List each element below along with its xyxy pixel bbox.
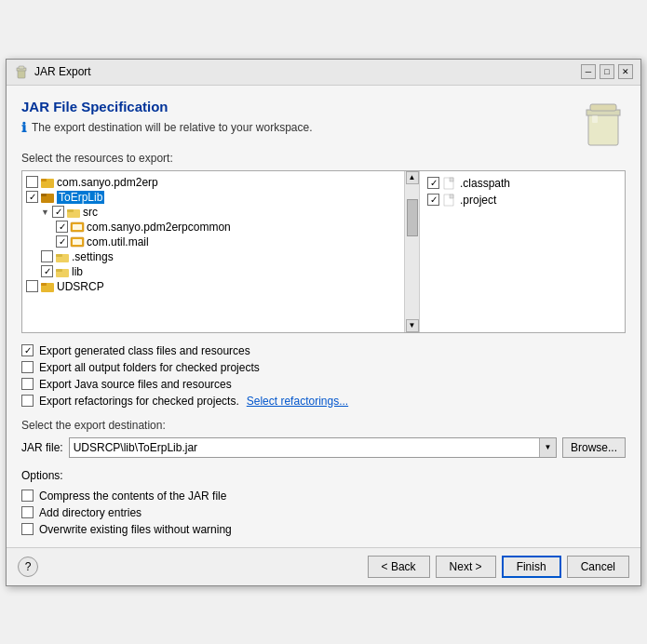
project-icon-toerplib xyxy=(40,191,55,204)
svg-rect-18 xyxy=(56,254,62,257)
finish-button[interactable]: Finish xyxy=(502,556,561,578)
option-label-export-output: Export all output folders for checked pr… xyxy=(39,361,260,374)
tree-item-utilmail[interactable]: com.util.mail xyxy=(26,235,400,249)
option-label-export-java: Export Java source files and resources xyxy=(39,378,232,391)
jar-file-input[interactable] xyxy=(70,441,539,454)
right-item-project[interactable]: .project xyxy=(427,192,617,208)
right-item-classpath[interactable]: .classpath xyxy=(427,175,617,192)
checkbox-project[interactable] xyxy=(427,194,439,206)
svg-rect-8 xyxy=(41,179,47,181)
tree-item-udsrcp[interactable]: UDSRCP xyxy=(26,279,400,294)
package-icon-utilmail xyxy=(70,235,85,248)
svg-rect-22 xyxy=(41,283,47,286)
tree-label-classpath: .classpath xyxy=(460,177,510,190)
svg-rect-14 xyxy=(73,224,82,230)
checkbox-classpath[interactable] xyxy=(427,177,439,189)
right-panel: .classpath .project xyxy=(420,171,625,332)
svg-rect-10 xyxy=(41,194,47,196)
folder-icon-lib xyxy=(55,265,70,278)
options-section: Options: Compress the contents of the JA… xyxy=(21,469,626,538)
jar-file-input-wrapper[interactable]: ▼ xyxy=(69,437,557,458)
header-section: JAR File Specification ℹ The export dest… xyxy=(21,99,626,152)
checkbox-udsrcp[interactable] xyxy=(26,280,38,292)
minimize-button[interactable]: ─ xyxy=(581,64,596,79)
tree-item-com-sanyo[interactable]: com.sanyo.pdm2erp xyxy=(26,175,400,190)
option-label-add-dir: Add directory entries xyxy=(39,506,142,519)
checkbox-src[interactable] xyxy=(52,206,64,218)
tree-label-utilmail: com.util.mail xyxy=(87,235,149,248)
page-title: JAR File Specification xyxy=(21,99,312,114)
maximize-button[interactable]: □ xyxy=(600,64,614,79)
close-button[interactable]: ✕ xyxy=(618,64,633,79)
jar-export-window: JAR Export ─ □ ✕ JAR File Specification … xyxy=(6,59,641,586)
scroll-down-arrow[interactable]: ▼ xyxy=(406,319,419,332)
svg-rect-24 xyxy=(450,178,453,181)
file-icon-project xyxy=(443,194,456,207)
tree-label-settings: .settings xyxy=(72,250,114,263)
tree-label-lib: lib xyxy=(72,265,83,278)
file-icon-classpath xyxy=(443,177,456,190)
project-icon-com-sanyo xyxy=(40,176,55,189)
browse-button[interactable]: Browse... xyxy=(562,437,626,458)
svg-rect-2 xyxy=(19,66,24,69)
option-row-export-output[interactable]: Export all output folders for checked pr… xyxy=(21,359,626,376)
expand-arrow-src: ▼ xyxy=(41,208,50,217)
window-title: JAR Export xyxy=(34,65,91,78)
checkbox-add-dir[interactable] xyxy=(21,506,34,518)
destination-section-label: Select the export destination: xyxy=(21,419,626,432)
svg-rect-16 xyxy=(73,239,82,245)
tree-container: com.sanyo.pdm2erp ToErpLib ▼ xyxy=(21,170,626,333)
footer-buttons: < Back Next > Finish Cancel xyxy=(368,556,629,578)
option-row-export-refactor[interactable]: Export refactorings for checked projects… xyxy=(21,393,626,409)
tree-label-com-sanyo: com.sanyo.pdm2erp xyxy=(57,176,158,189)
checkbox-compress[interactable] xyxy=(21,490,34,502)
option-row-export-class[interactable]: Export generated class files and resourc… xyxy=(21,342,626,359)
left-tree-panel[interactable]: com.sanyo.pdm2erp ToErpLib ▼ xyxy=(22,171,404,332)
header-left: JAR File Specification ℹ The export dest… xyxy=(21,99,312,146)
destination-row: JAR file: ▼ Browse... xyxy=(21,437,626,458)
option-row-export-java[interactable]: Export Java source files and resources xyxy=(21,376,626,393)
option-row-add-dir[interactable]: Add directory entries xyxy=(21,504,626,521)
scroll-up-arrow[interactable]: ▲ xyxy=(406,171,419,184)
tree-item-src[interactable]: ▼ src xyxy=(26,205,400,220)
dialog-footer: ? < Back Next > Finish Cancel xyxy=(7,547,640,585)
tree-scrollbar[interactable]: ▲ ▼ xyxy=(404,171,419,332)
back-button[interactable]: < Back xyxy=(368,556,430,578)
tree-item-lib[interactable]: lib xyxy=(26,264,400,279)
option-row-overwrite[interactable]: Overwrite existing files without warning xyxy=(21,521,626,538)
checkbox-export-refactor[interactable] xyxy=(21,395,34,407)
info-text: The export destination will be relative … xyxy=(32,121,312,134)
export-options-section: Export generated class files and resourc… xyxy=(21,342,626,409)
checkbox-toerplib[interactable] xyxy=(26,191,38,203)
help-button[interactable]: ? xyxy=(18,557,38,577)
package-icon-pdm2erpcommon xyxy=(70,221,85,234)
tree-item-toerplib[interactable]: ToErpLib xyxy=(26,190,400,205)
checkbox-lib[interactable] xyxy=(41,265,53,277)
project-icon-udsrcp xyxy=(40,280,55,293)
select-refactorings-link[interactable]: Select refactorings... xyxy=(247,395,348,408)
next-button[interactable]: Next > xyxy=(436,556,496,578)
jar-file-dropdown[interactable]: ▼ xyxy=(539,438,556,457)
checkbox-pdm2erpcommon[interactable] xyxy=(56,221,68,233)
folder-icon-src xyxy=(66,206,81,219)
option-label-overwrite: Overwrite existing files without warning xyxy=(39,523,232,536)
info-icon: ℹ xyxy=(21,120,26,135)
option-label-export-refactor: Export refactorings for checked projects… xyxy=(39,395,239,408)
tree-item-pdm2erpcommon[interactable]: com.sanyo.pdm2erpcommon xyxy=(26,220,400,235)
scroll-thumb[interactable] xyxy=(407,199,418,236)
checkbox-export-java[interactable] xyxy=(21,378,34,390)
tree-label-project: .project xyxy=(460,194,496,207)
tree-item-settings[interactable]: .settings xyxy=(26,249,400,264)
checkbox-settings[interactable] xyxy=(41,250,53,262)
svg-rect-5 xyxy=(590,104,616,111)
jar-icon xyxy=(14,64,29,79)
jar-graphic xyxy=(581,99,626,152)
checkbox-export-class[interactable] xyxy=(21,344,34,356)
svg-rect-6 xyxy=(592,115,598,123)
checkbox-utilmail[interactable] xyxy=(56,235,68,248)
checkbox-com-sanyo[interactable] xyxy=(26,176,38,188)
option-row-compress[interactable]: Compress the contents of the JAR file xyxy=(21,488,626,504)
checkbox-overwrite[interactable] xyxy=(21,523,34,535)
cancel-button[interactable]: Cancel xyxy=(567,556,629,578)
checkbox-export-output[interactable] xyxy=(21,361,34,373)
